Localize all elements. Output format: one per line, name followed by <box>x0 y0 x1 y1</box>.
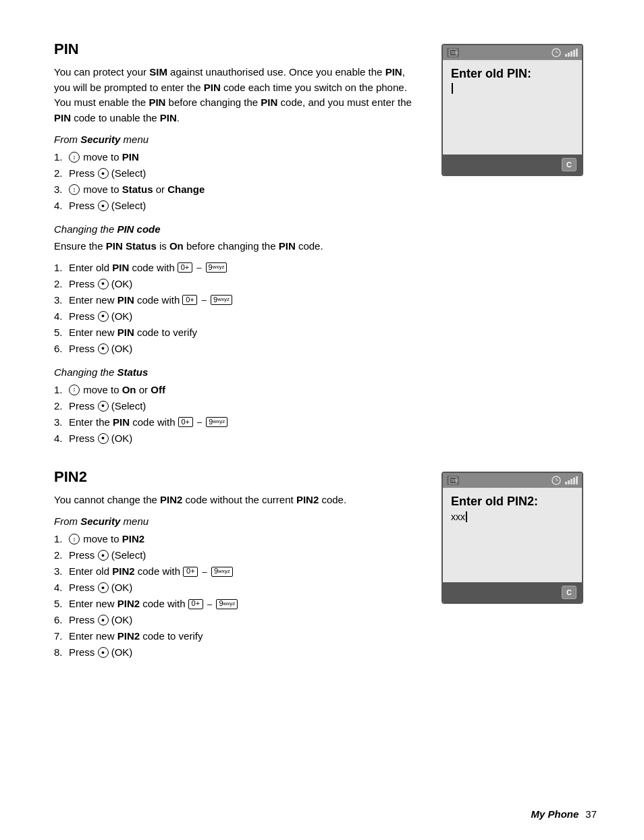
key-0plus: 0+ <box>183 567 198 577</box>
changing-status-steps: 1. ↕ move to On or Off 2. Press ● (Selec… <box>54 382 421 447</box>
list-item: 2. Press ● (Select) <box>54 547 421 563</box>
list-item: 6. Press ● (OK) <box>54 612 421 628</box>
list-item: 6. Press ● (OK) <box>54 341 421 357</box>
list-item: 1. ↕ move to On or Off <box>54 382 421 398</box>
list-item: 2. Press ● (Select) <box>54 398 421 414</box>
nav-icon: ↕ <box>69 385 80 395</box>
nav-icon: ↕ <box>69 534 80 544</box>
footer-brand: My Phone <box>531 808 579 820</box>
phone-screen-pin: SIM <box>441 44 583 176</box>
list-item: 4. Press ● (OK) <box>54 580 421 596</box>
phone-status-bar: SIM <box>443 45 582 60</box>
from-security-steps-pin: 1. ↕ move to PIN 2. Press ● (Select) 3. … <box>54 149 421 214</box>
c-button: C <box>562 158 576 171</box>
phone-screen-pin2: SIM <box>441 472 583 604</box>
clock-icon-2 <box>550 476 562 485</box>
key-0plus: 0+ <box>182 295 197 305</box>
select-icon: ● <box>98 343 109 354</box>
select-icon: ● <box>98 582 109 593</box>
sim-icon: SIM <box>447 48 459 57</box>
select-icon: ● <box>98 200 109 211</box>
phone-pin2-entry: xxx <box>451 511 574 522</box>
key-9wxyz: 9wxyz <box>216 599 238 609</box>
list-item: 2. Press ● (OK) <box>54 276 421 292</box>
pin-section: PIN You can protect your SIM against una… <box>54 40 421 453</box>
list-item: 4. Press ● (OK) <box>54 308 421 325</box>
key-0plus: 0+ <box>188 599 203 609</box>
pin2-title: PIN2 <box>54 468 421 486</box>
phone-status-bar-2: SIM <box>443 473 582 488</box>
changing-status-heading: Changing the Status <box>54 366 421 378</box>
pin2-phone-screenshot: SIM <box>441 468 597 604</box>
key-9wxyz: 9wxyz <box>211 567 233 577</box>
select-icon: ● <box>98 311 109 322</box>
phone-bottom-bar-2: C <box>443 582 582 603</box>
list-item: 8. Press ● (OK) <box>54 644 421 661</box>
select-icon: ● <box>98 615 109 625</box>
changing-pin-steps: 1. Enter old PIN code with 0+ – 9wxyz 2.… <box>54 260 421 357</box>
list-item: 2. Press ● (Select) <box>54 165 421 181</box>
list-item: 1. ↕ move to PIN2 <box>54 531 421 547</box>
pin-intro: You can protect your SIM against unautho… <box>54 65 421 125</box>
pin-title: PIN <box>54 40 421 58</box>
svg-text:SIM: SIM <box>451 478 458 482</box>
key-9wxyz: 9wxyz <box>206 417 227 427</box>
key-9wxyz: 9wxyz <box>206 262 227 273</box>
sim-icon-2: SIM <box>447 476 459 485</box>
list-item: 5. Enter new PIN code to verify <box>54 325 421 341</box>
status-right <box>550 48 578 57</box>
from-security-steps-pin2: 1. ↕ move to PIN2 2. Press ● (Select) 3.… <box>54 531 421 661</box>
list-item: 4. Press ● (Select) <box>54 198 421 214</box>
key-0plus: 0+ <box>178 262 192 273</box>
list-item: 4. Press ● (OK) <box>54 430 421 447</box>
list-item: 3. Enter old PIN2 code with 0+ – 9wxyz <box>54 563 421 580</box>
select-icon: ● <box>98 401 109 412</box>
clock-icon <box>550 48 562 57</box>
select-icon: ● <box>98 647 109 658</box>
key-0plus: 0+ <box>178 417 193 427</box>
phone-screen-title-pin2: Enter old PIN2: <box>451 495 574 509</box>
list-item: 3. Enter new PIN code with 0+ – 9wxyz <box>54 292 421 308</box>
pin2-dots: xxx <box>451 511 465 522</box>
signal-icon-2 <box>565 476 578 484</box>
phone-body-pin2: Enter old PIN2: xxx <box>443 488 582 582</box>
footer-page-number: 37 <box>585 808 597 820</box>
list-item: 1. ↕ move to PIN <box>54 149 421 165</box>
pin2-intro: You cannot change the PIN2 code without … <box>54 493 421 508</box>
pin2-section: PIN2 You cannot change the PIN2 code wit… <box>54 468 421 668</box>
list-item: 5. Enter new PIN2 code with 0+ – 9wxyz <box>54 596 421 612</box>
pin-phone-screenshot: SIM <box>441 40 597 176</box>
select-icon: ● <box>98 433 109 444</box>
nav-icon: ↕ <box>69 184 80 195</box>
cursor <box>452 83 453 94</box>
phone-body-pin: Enter old PIN: <box>443 60 582 155</box>
list-item: 3. Enter the PIN code with 0+ – 9wxyz <box>54 414 421 430</box>
cursor-2 <box>466 511 467 522</box>
list-item: 1. Enter old PIN code with 0+ – 9wxyz <box>54 260 421 276</box>
status-right-2 <box>550 476 578 485</box>
phone-bottom-bar: C <box>443 155 582 175</box>
select-icon: ● <box>98 168 109 179</box>
status-left: SIM <box>447 48 459 57</box>
select-icon: ● <box>98 279 109 289</box>
phone-screen-title-pin: Enter old PIN: <box>451 67 574 81</box>
key-9wxyz: 9wxyz <box>211 295 232 305</box>
status-left-2: SIM <box>447 476 459 485</box>
list-item: 7. Enter new PIN2 code to verify <box>54 628 421 644</box>
select-icon: ● <box>98 550 109 561</box>
list-item: 3. ↕ move to Status or Change <box>54 181 421 198</box>
page-footer: My Phone 37 <box>531 808 597 820</box>
changing-pin-heading: Changing the PIN code <box>54 223 421 235</box>
c-button-2: C <box>562 586 576 599</box>
svg-text:SIM: SIM <box>451 51 458 55</box>
from-security-heading-pin: From Security menu <box>54 134 421 145</box>
signal-icon <box>565 49 578 57</box>
phone-cursor-area <box>451 84 574 93</box>
from-security-heading-pin2: From Security menu <box>54 515 421 527</box>
changing-pin-note: Ensure the PIN Status is On before chang… <box>54 239 421 254</box>
nav-icon: ↕ <box>69 152 80 163</box>
